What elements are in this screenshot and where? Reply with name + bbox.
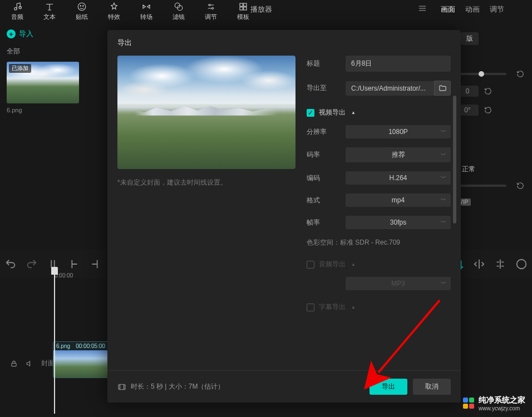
mute-icon[interactable] (26, 360, 33, 368)
tab-adjust[interactable]: 调节 (490, 4, 504, 14)
export-info: 时长：5 秒 | 大小：7M（估计） (117, 382, 224, 391)
svg-point-0 (14, 7, 17, 10)
format-select[interactable]: mp4﹀ (346, 193, 451, 207)
undo-icon[interactable] (4, 258, 17, 270)
colorspace-info: 色彩空间：标准 SDR - Rec.709 (307, 238, 451, 247)
audio-checkbox[interactable] (307, 261, 314, 269)
chevron-down-icon: ﹀ (441, 151, 446, 159)
trim-left-icon[interactable] (68, 258, 80, 270)
transition-icon (141, 2, 151, 12)
resolution-select[interactable]: 1080P﹀ (346, 125, 451, 138)
subtitle-checkbox[interactable] (307, 304, 314, 311)
player-label: 播放器 (250, 4, 272, 14)
svg-rect-13 (119, 384, 125, 389)
blend-mode[interactable]: 正常 (462, 165, 475, 174)
toolbar-label: 音频 (11, 13, 23, 21)
playhead[interactable] (51, 267, 58, 414)
chevron-down-icon: ﹀ (441, 219, 446, 226)
toolbar-sticker[interactable]: 贴纸 (68, 1, 96, 21)
toolbar-label: 滤镜 (173, 13, 185, 21)
reset-icon[interactable] (516, 70, 524, 78)
import-button[interactable]: +导入 (7, 29, 99, 39)
trim-right-icon[interactable] (89, 258, 101, 270)
chevron-down-icon: ﹀ (441, 174, 446, 182)
bitrate-select[interactable]: 推荐﹀ (346, 147, 451, 162)
filter-icon (174, 2, 184, 12)
rate-label: 码率 (307, 150, 346, 160)
svg-point-4 (83, 5, 84, 6)
effect-icon (109, 2, 119, 12)
toolbar-text[interactable]: 文本 (36, 1, 63, 21)
clip-duration: 00:00:05:00 (76, 343, 105, 349)
audio-export-label: 音频导出 (319, 260, 346, 269)
toolbar-label: 转场 (140, 13, 152, 21)
tab-anim[interactable]: 动画 (465, 4, 480, 14)
tab-picture[interactable]: 画面 (441, 4, 455, 14)
adjust-icon (206, 2, 216, 12)
subtitle-export-section[interactable]: 字幕导出 ▲ (307, 302, 451, 312)
thumb-filename: 6.png (7, 107, 79, 113)
toolbar-label: 模板 (237, 13, 249, 21)
audio-icon (12, 2, 22, 12)
export-preview (117, 56, 295, 169)
dialog-scrollbar[interactable] (453, 96, 456, 224)
toolbar-audio[interactable]: 音频 (3, 1, 31, 21)
watermark-logo (463, 398, 475, 410)
inspector-tabs: 画面 动画 调节 (432, 0, 532, 19)
path-input[interactable]: C:/Users/Administrator/... (346, 81, 434, 96)
clip-thumb (53, 350, 108, 378)
enc-label: 编码 (307, 173, 346, 183)
audio-export-section[interactable]: 音频导出 ▲ (307, 260, 451, 269)
toolbar-label: 调节 (205, 13, 217, 21)
reset-icon[interactable] (484, 87, 492, 95)
toolbar-transition[interactable]: 转场 (132, 1, 160, 21)
svg-rect-10 (244, 3, 247, 6)
clip-name: 6.png (56, 343, 70, 349)
redo-icon[interactable] (26, 258, 38, 270)
film-icon (117, 383, 126, 391)
export-dialog: 导出 *未自定义封面，建议去时间线设置。 标题 6月8日 导出至 C:/User… (107, 30, 461, 403)
video-export-label: 视频导出 (319, 108, 346, 117)
lock-icon[interactable] (10, 360, 18, 368)
library-tab-all[interactable]: 全部 (7, 47, 99, 56)
chip-2[interactable]: 版 (461, 32, 479, 45)
reset-icon[interactable] (484, 106, 492, 114)
caret-icon: ▲ (351, 262, 356, 267)
hamburger-icon[interactable] (417, 3, 427, 15)
sticker-icon (77, 2, 87, 12)
reset-icon[interactable] (516, 182, 524, 190)
title-label: 标题 (307, 59, 346, 68)
mirror-icon[interactable] (473, 258, 485, 270)
svg-point-8 (212, 7, 214, 9)
video-checkbox[interactable]: ✓ (307, 109, 314, 117)
toolbar-filter[interactable]: 滤镜 (165, 1, 193, 21)
encoding-select[interactable]: H.264﹀ (346, 171, 451, 185)
subtitle-export-label: 字幕导出 (319, 302, 346, 312)
cancel-button[interactable]: 取消 (413, 379, 451, 395)
added-badge: 已添加 (9, 64, 31, 73)
svg-point-3 (80, 5, 81, 6)
more-icon[interactable] (515, 258, 528, 270)
svg-rect-9 (240, 3, 243, 6)
fps-select[interactable]: 30fps﹀ (346, 216, 451, 229)
title-input[interactable]: 6月8日 (346, 56, 451, 72)
toolbar-effect[interactable]: 特效 (100, 1, 128, 21)
watermark-url: www.ycwjzy.com (479, 405, 525, 411)
svg-point-15 (517, 260, 526, 269)
chevron-down-icon: ﹀ (441, 280, 446, 287)
watermark-text: 纯净系统之家 (479, 395, 525, 405)
export-button[interactable]: 导出 (370, 379, 407, 395)
toolbar-adjust[interactable]: 调节 (197, 1, 225, 21)
chevron-down-icon: ﹀ (441, 196, 446, 204)
toolbar-label: 文本 (43, 13, 56, 21)
media-thumb[interactable]: 已添加 6.png (7, 62, 79, 113)
timeline-clip[interactable]: 6.png00:00:05:00 (53, 341, 109, 378)
video-export-section[interactable]: ✓ 视频导出 ▲ (307, 108, 451, 117)
cover-tip: *未自定义封面，建议去时间线设置。 (117, 178, 295, 187)
svg-rect-11 (240, 7, 243, 9)
import-label: 导入 (19, 29, 33, 39)
align-icon[interactable] (494, 258, 506, 270)
svg-point-2 (78, 3, 86, 11)
browse-folder-button[interactable] (434, 81, 451, 96)
media-panel: +导入 全部 已添加 6.png (0, 22, 106, 120)
